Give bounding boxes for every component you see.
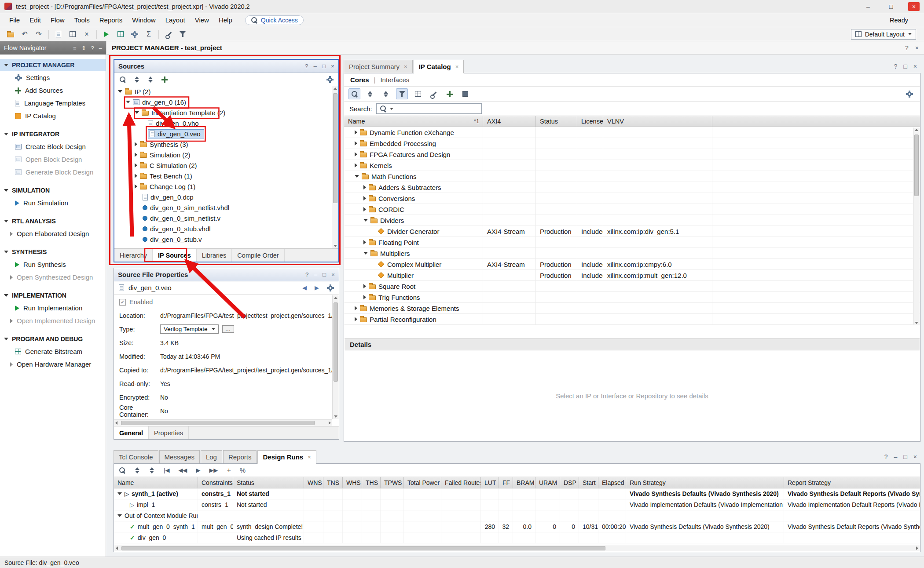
properties-scrollbar[interactable] bbox=[332, 295, 339, 419]
tab-ip-sources[interactable]: IP Sources bbox=[153, 249, 197, 262]
run-row-div-gen[interactable]: ✓div_gen_0 Using cached IP results bbox=[114, 532, 920, 543]
chevron-down-icon[interactable] bbox=[355, 175, 359, 178]
scroll-down-icon[interactable] bbox=[334, 245, 337, 247]
chevron-down-icon[interactable] bbox=[118, 90, 122, 93]
column-axi4[interactable]: AXI4 bbox=[483, 116, 536, 127]
column-start[interactable]: Start bbox=[579, 477, 598, 488]
scroll-up-icon[interactable] bbox=[915, 129, 918, 131]
help-icon[interactable]: ? bbox=[91, 45, 94, 51]
ip-category-row[interactable]: Math Functions bbox=[344, 171, 920, 182]
create-runs-icon[interactable]: + bbox=[227, 466, 231, 474]
minimize-panel-icon[interactable]: – bbox=[99, 45, 102, 51]
tree-item-change-log[interactable]: Change Log (1) bbox=[114, 181, 338, 192]
column-name[interactable]: Name bbox=[114, 477, 198, 488]
chevron-down-icon[interactable] bbox=[4, 294, 8, 297]
column-bram[interactable]: BRAM bbox=[513, 477, 535, 488]
sidebar-section-simulation[interactable]: SIMULATION bbox=[0, 184, 106, 197]
sidebar-section-implementation[interactable]: IMPLEMENTATION bbox=[0, 289, 106, 302]
tree-item-div-gen-0-veo[interactable]: div_gen_0.veo bbox=[114, 128, 338, 139]
chevron-right-icon[interactable] bbox=[135, 174, 137, 178]
run-row-impl-1[interactable]: ▷impl_1 constrs_1 Not started Vivado Imp… bbox=[114, 499, 920, 510]
chevron-down-icon[interactable] bbox=[363, 219, 368, 222]
sidebar-section-ip-integrator[interactable]: IP INTEGRATOR bbox=[0, 128, 106, 140]
tab-general[interactable]: General bbox=[114, 426, 149, 439]
sidebar-section-rtl-analysis[interactable]: RTL ANALYSIS bbox=[0, 215, 106, 227]
tree-item-sim-netlist-v[interactable]: div_gen_0_sim_netlist.v bbox=[114, 213, 338, 223]
probe-icon[interactable] bbox=[176, 29, 190, 40]
tab-reports[interactable]: Reports bbox=[223, 450, 257, 463]
scrollbar-thumb[interactable] bbox=[914, 135, 919, 196]
chevron-down-icon[interactable] bbox=[4, 220, 8, 222]
tree-item-c-simulation[interactable]: C Simulation (2) bbox=[114, 160, 338, 171]
play-icon[interactable]: ▶ bbox=[196, 467, 200, 473]
quick-access-search[interactable]: Quick Access bbox=[245, 15, 304, 25]
ip-category-row[interactable]: FPGA Features and Design bbox=[344, 149, 920, 160]
column-total-power[interactable]: Total Power bbox=[404, 477, 441, 488]
tree-item-simulation[interactable]: Simulation (2) bbox=[114, 149, 338, 160]
collapse-all-icon[interactable] bbox=[135, 467, 140, 474]
undo-icon[interactable]: ↶ bbox=[18, 29, 32, 40]
properties-hscrollbar[interactable] bbox=[114, 419, 332, 426]
sources-panel-header[interactable]: Sources ? – □ × bbox=[114, 60, 338, 73]
chevron-down-icon[interactable] bbox=[4, 133, 8, 135]
elaborate-icon[interactable] bbox=[114, 29, 128, 40]
open-project-icon[interactable] bbox=[4, 29, 18, 40]
toggle-icon[interactable]: ≡ bbox=[73, 45, 77, 51]
step-back-icon[interactable]: ◀◀ bbox=[178, 467, 187, 473]
column-status[interactable]: Status bbox=[536, 116, 577, 127]
column-constraints[interactable]: Constraints bbox=[198, 477, 233, 488]
menu-tools[interactable]: Tools bbox=[70, 13, 95, 27]
scroll-up-icon[interactable] bbox=[334, 87, 337, 90]
tree-item-div-gen-0-vho[interactable]: div_gen_0.vho bbox=[114, 118, 338, 128]
close-panel-icon[interactable]: × bbox=[913, 63, 917, 70]
chevron-right-icon[interactable] bbox=[363, 295, 366, 299]
ip-category-row[interactable]: Multipliers bbox=[344, 248, 920, 259]
sidebar-item-add-sources[interactable]: Add Sources bbox=[0, 84, 106, 97]
help-icon[interactable]: ? bbox=[884, 453, 888, 460]
tab-tcl-console[interactable]: Tcl Console bbox=[114, 450, 158, 463]
help-icon[interactable]: ? bbox=[305, 63, 308, 69]
browse-button[interactable]: … bbox=[222, 325, 234, 333]
column-wns[interactable]: WNS bbox=[304, 477, 323, 488]
chevron-right-icon[interactable] bbox=[363, 240, 366, 244]
chevron-down-icon[interactable] bbox=[4, 251, 8, 253]
gear-icon[interactable] bbox=[327, 284, 334, 291]
column-status[interactable]: Status bbox=[233, 477, 304, 488]
ip-category-row[interactable]: Square Root bbox=[344, 281, 920, 292]
chevron-down-icon[interactable] bbox=[363, 252, 368, 255]
expand-all-icon[interactable] bbox=[149, 467, 155, 474]
tree-item-instantiation-template[interactable]: Instantiation Template (2) bbox=[114, 107, 338, 118]
column-whs[interactable]: WHS bbox=[343, 477, 362, 488]
filter-button[interactable] bbox=[396, 88, 408, 99]
chevron-right-icon[interactable] bbox=[355, 130, 357, 135]
scrollbar-thumb[interactable] bbox=[121, 421, 315, 425]
chevron-right-icon[interactable] bbox=[135, 153, 137, 157]
add-sources-icon[interactable] bbox=[161, 76, 168, 83]
menu-flow[interactable]: Flow bbox=[46, 13, 70, 27]
expand-all-icon[interactable] bbox=[148, 76, 154, 83]
chevron-down-icon[interactable] bbox=[126, 101, 130, 103]
chevron-down-icon[interactable] bbox=[117, 514, 122, 517]
sidebar-section-project-manager[interactable]: PROJECT MANAGER bbox=[0, 59, 106, 71]
chevron-right-icon[interactable] bbox=[363, 196, 366, 200]
close-panel-icon[interactable]: × bbox=[331, 271, 335, 278]
scroll-up-icon[interactable] bbox=[334, 297, 337, 299]
scroll-down-icon[interactable] bbox=[915, 322, 918, 324]
enabled-checkbox[interactable]: ✓ bbox=[119, 299, 126, 306]
menu-window[interactable]: Window bbox=[127, 13, 160, 27]
add-repository-button[interactable] bbox=[444, 88, 455, 99]
sidebar-item-open-elaborated-design[interactable]: Open Elaborated Design bbox=[0, 227, 106, 240]
menu-reports[interactable]: Reports bbox=[95, 13, 128, 27]
ip-category-row[interactable]: Dividers bbox=[344, 215, 920, 226]
tree-item-ip[interactable]: IP (2) bbox=[114, 86, 338, 97]
run-group-row[interactable]: Out-of-Context Module Runs bbox=[114, 510, 920, 521]
column-run-strategy[interactable]: Run Strategy bbox=[626, 477, 784, 488]
tab-log[interactable]: Log bbox=[201, 450, 222, 463]
collapse-all-button[interactable] bbox=[364, 88, 376, 99]
help-icon[interactable]: ? bbox=[905, 44, 909, 51]
sources-scrollbar[interactable] bbox=[332, 86, 338, 248]
ip-category-row[interactable]: Floating Point bbox=[344, 237, 920, 248]
gear-icon[interactable] bbox=[326, 76, 334, 83]
tree-item-synthesis[interactable]: Synthesis (3) bbox=[114, 139, 338, 149]
run-icon[interactable] bbox=[99, 29, 114, 40]
